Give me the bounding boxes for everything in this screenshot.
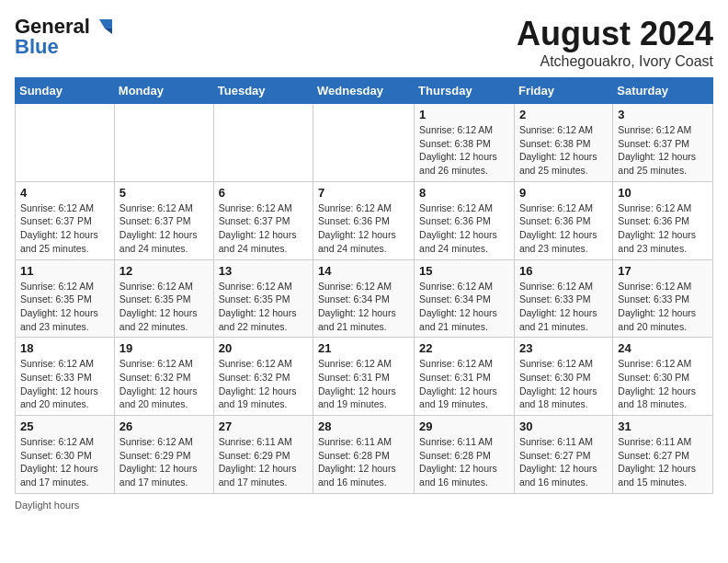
calendar-cell: 17Sunrise: 6:12 AM Sunset: 6:33 PM Dayli…	[613, 259, 713, 338]
day-info: Sunrise: 6:11 AM Sunset: 6:28 PM Dayligh…	[318, 435, 409, 489]
calendar-week-row: 1Sunrise: 6:12 AM Sunset: 6:38 PM Daylig…	[16, 104, 713, 182]
calendar-cell: 16Sunrise: 6:12 AM Sunset: 6:33 PM Dayli…	[514, 259, 612, 338]
day-info: Sunrise: 6:12 AM Sunset: 6:34 PM Dayligh…	[318, 280, 409, 334]
day-info: Sunrise: 6:12 AM Sunset: 6:36 PM Dayligh…	[318, 201, 409, 256]
day-info: Sunrise: 6:12 AM Sunset: 6:37 PM Dayligh…	[20, 201, 109, 256]
day-number: 15	[419, 264, 509, 278]
day-info: Sunrise: 6:12 AM Sunset: 6:38 PM Dayligh…	[419, 123, 509, 178]
day-info: Sunrise: 6:12 AM Sunset: 6:38 PM Dayligh…	[519, 123, 608, 178]
calendar-cell: 10Sunrise: 6:12 AM Sunset: 6:36 PM Dayli…	[613, 181, 713, 259]
calendar-cell	[114, 104, 213, 182]
day-number: 10	[618, 186, 708, 200]
day-number: 19	[119, 341, 209, 355]
day-number: 20	[219, 341, 308, 355]
logo-icon	[92, 19, 112, 34]
day-info: Sunrise: 6:11 AM Sunset: 6:27 PM Dayligh…	[618, 435, 708, 489]
day-number: 5	[119, 186, 209, 200]
day-info: Sunrise: 6:12 AM Sunset: 6:31 PM Dayligh…	[419, 357, 509, 411]
column-header-friday: Friday	[514, 78, 612, 104]
calendar-cell: 18Sunrise: 6:12 AM Sunset: 6:33 PM Dayli…	[16, 338, 115, 416]
logo: General Blue	[15, 15, 112, 59]
day-info: Sunrise: 6:12 AM Sunset: 6:37 PM Dayligh…	[119, 201, 209, 256]
svg-marker-1	[105, 29, 112, 34]
column-header-monday: Monday	[114, 78, 213, 104]
calendar-cell: 30Sunrise: 6:11 AM Sunset: 6:27 PM Dayli…	[514, 416, 612, 494]
day-info: Sunrise: 6:12 AM Sunset: 6:29 PM Dayligh…	[119, 435, 209, 489]
location-title: Atchegouakro, Ivory Coast	[517, 53, 713, 70]
calendar-week-row: 4Sunrise: 6:12 AM Sunset: 6:37 PM Daylig…	[16, 181, 713, 259]
calendar-week-row: 11Sunrise: 6:12 AM Sunset: 6:35 PM Dayli…	[16, 259, 713, 338]
day-number: 11	[20, 264, 109, 278]
day-info: Sunrise: 6:12 AM Sunset: 6:31 PM Dayligh…	[318, 357, 409, 411]
day-number: 3	[618, 108, 708, 121]
day-info: Sunrise: 6:12 AM Sunset: 6:35 PM Dayligh…	[20, 280, 109, 334]
day-number: 23	[519, 341, 608, 355]
day-number: 1	[419, 108, 509, 121]
column-header-thursday: Thursday	[415, 78, 515, 104]
calendar-cell: 3Sunrise: 6:12 AM Sunset: 6:37 PM Daylig…	[613, 104, 713, 182]
month-title: August 2024	[517, 15, 713, 53]
calendar-table: SundayMondayTuesdayWednesdayThursdayFrid…	[15, 77, 713, 494]
day-number: 27	[219, 419, 308, 433]
calendar-cell: 5Sunrise: 6:12 AM Sunset: 6:37 PM Daylig…	[114, 181, 213, 259]
calendar-cell: 26Sunrise: 6:12 AM Sunset: 6:29 PM Dayli…	[114, 416, 213, 494]
calendar-cell: 23Sunrise: 6:12 AM Sunset: 6:30 PM Dayli…	[514, 338, 612, 416]
calendar-cell	[16, 104, 115, 182]
day-info: Sunrise: 6:12 AM Sunset: 6:33 PM Dayligh…	[519, 280, 608, 334]
footer-note: Daylight hours	[15, 500, 713, 511]
calendar-cell: 19Sunrise: 6:12 AM Sunset: 6:32 PM Dayli…	[114, 338, 213, 416]
calendar-cell: 29Sunrise: 6:11 AM Sunset: 6:28 PM Dayli…	[415, 416, 515, 494]
day-info: Sunrise: 6:12 AM Sunset: 6:34 PM Dayligh…	[419, 280, 509, 334]
calendar-cell: 31Sunrise: 6:11 AM Sunset: 6:27 PM Dayli…	[613, 416, 713, 494]
day-info: Sunrise: 6:12 AM Sunset: 6:36 PM Dayligh…	[419, 201, 509, 256]
calendar-cell: 12Sunrise: 6:12 AM Sunset: 6:35 PM Dayli…	[114, 259, 213, 338]
day-number: 18	[20, 341, 109, 355]
day-info: Sunrise: 6:12 AM Sunset: 6:36 PM Dayligh…	[618, 201, 708, 256]
svg-marker-0	[99, 19, 112, 29]
day-number: 21	[318, 341, 409, 355]
day-number: 16	[519, 264, 608, 278]
header: General Blue August 2024 Atchegouakro, I…	[15, 15, 713, 70]
day-number: 8	[419, 186, 509, 200]
calendar-cell: 24Sunrise: 6:12 AM Sunset: 6:30 PM Dayli…	[613, 338, 713, 416]
day-info: Sunrise: 6:12 AM Sunset: 6:32 PM Dayligh…	[219, 357, 308, 411]
calendar-cell: 9Sunrise: 6:12 AM Sunset: 6:36 PM Daylig…	[514, 181, 612, 259]
day-info: Sunrise: 6:12 AM Sunset: 6:36 PM Dayligh…	[519, 201, 608, 256]
day-number: 7	[318, 186, 409, 200]
day-info: Sunrise: 6:12 AM Sunset: 6:33 PM Dayligh…	[618, 280, 708, 334]
day-number: 25	[20, 419, 109, 433]
logo-blue: Blue	[15, 35, 59, 59]
day-info: Sunrise: 6:11 AM Sunset: 6:28 PM Dayligh…	[419, 435, 509, 489]
day-number: 24	[618, 341, 708, 355]
calendar-cell: 6Sunrise: 6:12 AM Sunset: 6:37 PM Daylig…	[213, 181, 313, 259]
day-info: Sunrise: 6:12 AM Sunset: 6:32 PM Dayligh…	[119, 357, 209, 411]
day-info: Sunrise: 6:12 AM Sunset: 6:35 PM Dayligh…	[219, 280, 308, 334]
calendar-week-row: 18Sunrise: 6:12 AM Sunset: 6:33 PM Dayli…	[16, 338, 713, 416]
day-number: 12	[119, 264, 209, 278]
day-number: 2	[519, 108, 608, 121]
day-number: 31	[618, 419, 708, 433]
title-area: August 2024 Atchegouakro, Ivory Coast	[517, 15, 713, 70]
calendar-cell: 15Sunrise: 6:12 AM Sunset: 6:34 PM Dayli…	[415, 259, 515, 338]
day-info: Sunrise: 6:11 AM Sunset: 6:27 PM Dayligh…	[519, 435, 608, 489]
day-number: 22	[419, 341, 509, 355]
calendar-cell: 1Sunrise: 6:12 AM Sunset: 6:38 PM Daylig…	[415, 104, 515, 182]
calendar-cell: 21Sunrise: 6:12 AM Sunset: 6:31 PM Dayli…	[313, 338, 415, 416]
day-info: Sunrise: 6:12 AM Sunset: 6:37 PM Dayligh…	[219, 201, 308, 256]
calendar-cell: 8Sunrise: 6:12 AM Sunset: 6:36 PM Daylig…	[415, 181, 515, 259]
column-header-tuesday: Tuesday	[213, 78, 313, 104]
day-number: 30	[519, 419, 608, 433]
calendar-cell: 25Sunrise: 6:12 AM Sunset: 6:30 PM Dayli…	[16, 416, 115, 494]
day-number: 26	[119, 419, 209, 433]
day-info: Sunrise: 6:12 AM Sunset: 6:35 PM Dayligh…	[119, 280, 209, 334]
day-info: Sunrise: 6:11 AM Sunset: 6:29 PM Dayligh…	[219, 435, 308, 489]
calendar-week-row: 25Sunrise: 6:12 AM Sunset: 6:30 PM Dayli…	[16, 416, 713, 494]
day-number: 13	[219, 264, 308, 278]
day-number: 6	[219, 186, 308, 200]
calendar-cell: 28Sunrise: 6:11 AM Sunset: 6:28 PM Dayli…	[313, 416, 415, 494]
calendar-cell: 7Sunrise: 6:12 AM Sunset: 6:36 PM Daylig…	[313, 181, 415, 259]
day-number: 9	[519, 186, 608, 200]
day-number: 29	[419, 419, 509, 433]
calendar-cell: 22Sunrise: 6:12 AM Sunset: 6:31 PM Dayli…	[415, 338, 515, 416]
day-number: 17	[618, 264, 708, 278]
